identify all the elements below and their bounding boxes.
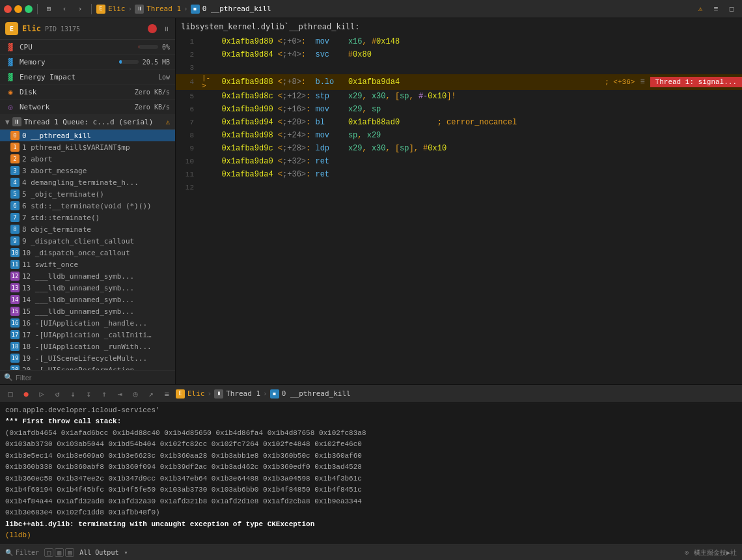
- thread-frame-20[interactable]: 2020 -[_UIScenePerformAction...: [0, 364, 175, 370]
- thread-frame-8[interactable]: 88 objc_terminate: [0, 223, 175, 235]
- view-btn-2[interactable]: ▥: [55, 548, 64, 557]
- thread-frame-10[interactable]: 1010 _dispatch_once_callout: [0, 247, 175, 259]
- pause-button[interactable]: ⏸: [163, 25, 170, 33]
- console-breadcrumb-thread[interactable]: Thread 1: [226, 389, 260, 398]
- frame-icon-7: 7: [10, 213, 20, 222]
- console-line-5: 0x1b3e5ec14 0x1b3e609a0 0x1b3e6623c 0x1b…: [5, 451, 737, 462]
- footer-right: ⊙ 橘主掘金技▶社: [685, 548, 737, 557]
- code-line-7: 7 0x1afba9d94 <;+20>: bl 0x1afb88ad0 ; c…: [176, 116, 742, 129]
- thread-frame-0[interactable]: 00 __pthread_kill: [0, 130, 175, 141]
- thread-frame-12[interactable]: 1212 ___lldb_unnamed_symb...: [0, 270, 175, 282]
- grid-icon[interactable]: ⊞: [42, 3, 55, 16]
- menu-lines-icon[interactable]: ≡: [709, 3, 722, 16]
- frame-name-1: 1 pthread_kill$VARIANT$mp: [22, 143, 130, 152]
- console-step-down-btn[interactable]: ↧: [82, 387, 95, 400]
- line-menu-icon-4[interactable]: ≡: [640, 77, 644, 87]
- energy-label: Energy Impact: [20, 73, 154, 81]
- breadcrumb-app[interactable]: Elic: [108, 5, 126, 13]
- frame-icon-10: 10: [10, 248, 20, 257]
- console-toolbar: □ ● ▷ ↺ ↓ ↧ ↑ ⇥ ◎ ↗ ≡ E Elic › ⏸ Thread …: [0, 385, 742, 403]
- chevron-left-icon[interactable]: ‹: [58, 3, 71, 16]
- console-breadcrumb-frame[interactable]: 0 __pthread_kill: [282, 389, 351, 398]
- thread-frame-7[interactable]: 77 std::terminate(): [0, 212, 175, 223]
- window-close-btn[interactable]: [4, 5, 12, 13]
- warning-icon[interactable]: ⚠: [694, 3, 707, 16]
- thread-frame-17[interactable]: 1717 -[UIApplication _callIniti...: [0, 329, 175, 341]
- thread-frame-11[interactable]: 1111 swift_once: [0, 259, 175, 270]
- thread-header[interactable]: ▼ ⏸ Thread 1 Queue: c...d (serial) ⚠: [0, 115, 175, 130]
- view-btn-1[interactable]: □: [44, 548, 53, 557]
- memory-label: Memory: [20, 58, 115, 66]
- disk-value: Zero KB/s: [135, 89, 170, 96]
- thread-frame-2[interactable]: 22 abort: [0, 153, 175, 165]
- console-output-arrow: ▾: [124, 549, 128, 556]
- breadcrumb-frame[interactable]: 0 __pthread_kill: [202, 5, 271, 13]
- line-number-7: 7: [176, 119, 202, 126]
- network-metric: ◎ Network Zero KB/s: [0, 100, 175, 115]
- console-view-toggle[interactable]: □ ▥ ▤: [44, 548, 74, 557]
- frame-name-11: 11 swift_once: [22, 260, 78, 269]
- console-play-btn[interactable]: ▷: [35, 387, 48, 400]
- frame-name-4: 4 demangling_terminate_h...: [22, 178, 139, 187]
- memory-metric: ▓ Memory 20.5 MB: [0, 55, 175, 70]
- console-step-up-btn[interactable]: ↑: [98, 387, 111, 400]
- thread-frame-15[interactable]: 1515 ___lldb_unnamed_symb...: [0, 305, 175, 317]
- code-area: libsystem_kernel.dylib`__pthread_kill: 1…: [176, 18, 742, 384]
- console-output-label[interactable]: All Output: [79, 549, 118, 556]
- frame-icon-14: 14: [10, 295, 20, 304]
- window-minimize-btn[interactable]: [14, 5, 22, 13]
- line-content-11: 0x1afba9da4 <;+36>: ret: [212, 170, 742, 179]
- chevron-right-icon[interactable]: ›: [74, 3, 87, 16]
- search-input[interactable]: [16, 374, 171, 382]
- code-line-10: 10 0x1afba9da0 <;+32>: ret: [176, 155, 742, 168]
- thread-frame-4[interactable]: 44 demangling_terminate_h...: [0, 176, 175, 188]
- disk-label: Disk: [20, 88, 131, 96]
- app-name: Elic: [22, 24, 41, 33]
- code-title-line: libsystem_kernel.dylib`__pthread_kill:: [176, 21, 742, 35]
- record-button[interactable]: [148, 24, 157, 33]
- console-breadcrumb-app[interactable]: Elic: [187, 389, 205, 398]
- window-icon[interactable]: □: [725, 3, 738, 16]
- breadcrumb-thread[interactable]: Thread 1: [146, 5, 181, 13]
- console-restart-btn[interactable]: ↺: [51, 387, 64, 400]
- frame-name-16: 16 -[UIApplication _handle...: [22, 319, 147, 328]
- thread-frame-19[interactable]: 1919 -[_UISceneLifecycleMult...: [0, 352, 175, 364]
- code-line-3: 3: [176, 61, 742, 74]
- memory-icon: ▓: [5, 57, 16, 67]
- console-footer: 🔍 Filter □ ▥ ▤ All Output ▾ ⊙ 橘主掘金技▶社: [0, 544, 742, 560]
- frame-icon-4: 4: [10, 178, 20, 187]
- thread-expand-icon: ▼: [5, 118, 10, 126]
- cpu-label: CPU: [20, 43, 135, 51]
- thread-frame-13[interactable]: 1313 ___lldb_unnamed_symb...: [0, 282, 175, 294]
- code-lines: 1 0x1afba9d80 <;+0>: mov x16, #0x1482 0x…: [176, 35, 742, 194]
- console-share-btn[interactable]: ↗: [144, 387, 158, 400]
- thread-frame-3[interactable]: 33 abort_message: [0, 165, 175, 176]
- console-location-btn[interactable]: ◎: [129, 387, 142, 400]
- code-line-1: 1 0x1afba9d80 <;+0>: mov x16, #0x148: [176, 35, 742, 48]
- line-number-2: 2: [176, 51, 202, 59]
- thread-frame-14[interactable]: 1414 ___lldb_unnamed_symb...: [0, 294, 175, 305]
- line-content-6: 0x1afba9d90 <;+16>: mov x29, sp: [212, 105, 742, 114]
- line-number-8: 8: [176, 132, 202, 139]
- thread-frame-18[interactable]: 1818 -[UIApplication _runWith...: [0, 341, 175, 352]
- code-title: libsystem_kernel.dylib`__pthread_kill:: [181, 22, 360, 31]
- view-btn-3[interactable]: ▤: [65, 548, 74, 557]
- energy-metric: ▓ Energy Impact Low: [0, 70, 175, 85]
- frame-name-9: 9 _dispatch_client_callout: [22, 237, 134, 245]
- console-settings-btn[interactable]: ≡: [160, 387, 173, 400]
- console-clear-btn[interactable]: □: [4, 387, 17, 400]
- console-line-0: exception 'CKException', reason: 'The ap…: [5, 403, 737, 404]
- console-throw-line: *** First throw call stack:: [5, 417, 121, 425]
- console-line-1: com.apple.developer.icloud-services': [5, 405, 737, 416]
- console-step-over-btn[interactable]: ↓: [66, 387, 79, 400]
- thread-frame-16[interactable]: 1616 -[UIApplication _handle...: [0, 317, 175, 329]
- window-maximize-btn[interactable]: [25, 5, 33, 13]
- console-step-out-btn[interactable]: ⇥: [113, 387, 126, 400]
- app-pid: PID 13175: [45, 25, 80, 33]
- console-record-btn[interactable]: ●: [20, 387, 33, 400]
- console-line-6: 0x1b360b338 0x1b360abf8 0x1b360f094 0x1b…: [5, 462, 737, 473]
- thread-frame-5[interactable]: 55 _objc_terminate(): [0, 188, 175, 200]
- thread-frame-6[interactable]: 66 std::__terminate(void (*)()): [0, 200, 175, 212]
- thread-frame-1[interactable]: 11 pthread_kill$VARIANT$mp: [0, 141, 175, 153]
- thread-frame-9[interactable]: 99 _dispatch_client_callout: [0, 235, 175, 247]
